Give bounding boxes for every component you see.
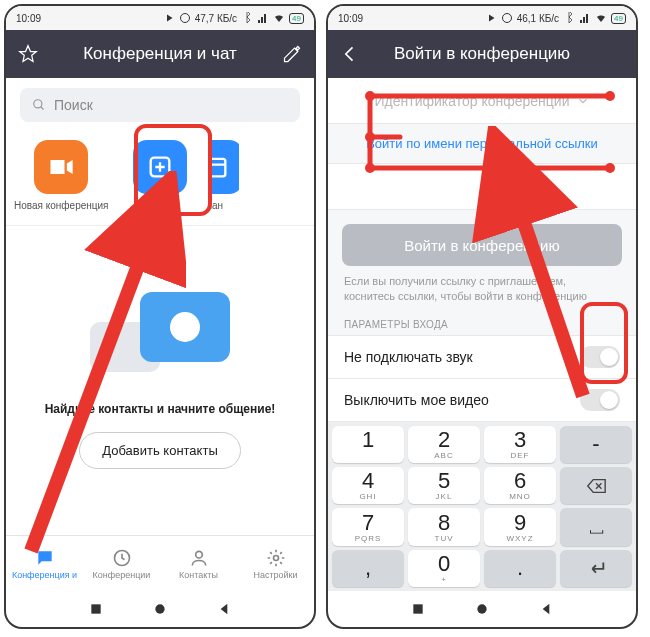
svg-point-9	[502, 14, 511, 23]
phone-left: 10:09 47,7 КБ/с 49 Конференция и чат Пои…	[4, 4, 316, 629]
nav-back-icon[interactable]	[216, 601, 232, 617]
search-icon	[32, 98, 46, 112]
nav-bar	[6, 591, 314, 627]
nav-bar	[328, 591, 636, 627]
enter-icon	[585, 557, 607, 579]
header: Конференция и чат	[6, 30, 314, 78]
browser-icon	[179, 12, 191, 24]
key-space[interactable]: ⎵	[560, 508, 632, 545]
name-input[interactable]	[328, 164, 636, 210]
key-1[interactable]: 1	[332, 426, 404, 463]
add-contacts-button[interactable]: Добавить контакты	[79, 432, 240, 469]
tab-contacts[interactable]: Контакты	[160, 536, 237, 591]
chat-illustration	[90, 292, 230, 392]
svg-point-8	[155, 604, 164, 613]
svg-rect-10	[413, 604, 422, 613]
chat-icon	[35, 548, 55, 568]
wifi-icon	[595, 12, 607, 24]
key-enter[interactable]	[560, 550, 632, 587]
gear-icon	[266, 548, 286, 568]
tab-conf-chat[interactable]: Конференция и	[6, 536, 83, 591]
signal-icon	[579, 12, 591, 24]
actions-row: Новая конференция Войти Заплан	[6, 132, 314, 226]
key-2[interactable]: 2ABC	[408, 426, 480, 463]
play-icon	[485, 12, 497, 24]
search-input[interactable]: Поиск	[20, 88, 300, 122]
clock-icon	[112, 548, 132, 568]
toggle-video[interactable]: Выключить мое видео	[328, 378, 636, 422]
tab-conferences[interactable]: Конференции	[83, 536, 160, 591]
schedule-button[interactable]: Заплан	[209, 140, 239, 211]
status-time: 10:09	[338, 13, 363, 24]
key-0[interactable]: 0+	[408, 550, 480, 587]
new-conference-button[interactable]: Новая конференция	[12, 140, 111, 211]
battery-icon: 49	[611, 13, 626, 24]
contacts-text: Найдите контакты и начните общение!	[45, 402, 276, 416]
section-header: ПАРАМЕТРЫ ВХОДА	[328, 315, 636, 336]
signal-icon	[257, 12, 269, 24]
browser-icon	[501, 12, 513, 24]
bluetooth-icon	[563, 12, 575, 24]
join-conference-button[interactable]: Войти в конференцию	[342, 224, 622, 266]
contacts-section: Найдите контакты и начните общение! Доба…	[6, 226, 314, 535]
key-3[interactable]: 3DEF	[484, 426, 556, 463]
switch-video[interactable]	[580, 389, 620, 411]
nav-home-icon[interactable]	[474, 601, 490, 617]
page-title: Конференция и чат	[38, 44, 282, 64]
status-bar: 10:09 46,1 КБ/с 49	[328, 6, 636, 30]
wifi-icon	[273, 12, 285, 24]
star-icon[interactable]	[18, 44, 38, 64]
key-dash[interactable]: -	[560, 426, 632, 463]
key-backspace[interactable]	[560, 467, 632, 504]
tab-bar: Конференция и Конференции Контакты Настр…	[6, 535, 314, 591]
key-5[interactable]: 5JKL	[408, 467, 480, 504]
bluetooth-icon	[241, 12, 253, 24]
key-period[interactable]: .	[484, 550, 556, 587]
chevron-down-icon	[576, 94, 590, 108]
svg-rect-7	[91, 604, 100, 613]
status-net: 47,7 КБ/с	[195, 13, 237, 24]
svg-point-1	[34, 100, 42, 108]
key-dot[interactable]: ,	[332, 550, 404, 587]
key-7[interactable]: 7PQRS	[332, 508, 404, 545]
toggle-audio[interactable]: Не подключать звук	[328, 335, 636, 379]
key-9[interactable]: 9WXYZ	[484, 508, 556, 545]
key-4[interactable]: 4GHI	[332, 467, 404, 504]
nav-recent-icon[interactable]	[410, 601, 426, 617]
switch-audio[interactable]	[580, 346, 620, 368]
login-by-link[interactable]: Войти по имени персональной ссылки	[328, 124, 636, 164]
key-6[interactable]: 6MNO	[484, 467, 556, 504]
tab-settings[interactable]: Настройки	[237, 536, 314, 591]
phone-right: 10:09 46,1 КБ/с 49 Войти в конференцию И…	[326, 4, 638, 629]
numeric-keypad: 1 2ABC 3DEF - 4GHI 5JKL 6MNO 7PQRS 8TUV …	[328, 422, 636, 591]
backspace-icon	[585, 475, 607, 497]
back-icon[interactable]	[340, 44, 360, 64]
battery-icon: 49	[289, 13, 304, 24]
nav-back-icon[interactable]	[538, 601, 554, 617]
search-placeholder: Поиск	[54, 97, 93, 113]
nav-home-icon[interactable]	[152, 601, 168, 617]
plus-icon	[146, 153, 174, 181]
svg-point-0	[180, 14, 189, 23]
join-button[interactable]: Войти	[111, 140, 210, 211]
hint-text: Если вы получили ссылку с приглашением, …	[328, 274, 636, 315]
nav-recent-icon[interactable]	[88, 601, 104, 617]
play-icon	[163, 12, 175, 24]
svg-rect-3	[209, 159, 225, 177]
conference-id-input[interactable]: Идентификатор конференции	[328, 78, 636, 124]
calendar-icon	[209, 153, 230, 181]
key-8[interactable]: 8TUV	[408, 508, 480, 545]
header: Войти в конференцию	[328, 30, 636, 78]
status-time: 10:09	[16, 13, 41, 24]
status-net: 46,1 КБ/с	[517, 13, 559, 24]
contacts-icon	[189, 548, 209, 568]
svg-point-11	[477, 604, 486, 613]
compose-icon[interactable]	[282, 44, 302, 64]
svg-point-5	[195, 551, 202, 558]
svg-point-6	[273, 555, 278, 560]
status-bar: 10:09 47,7 КБ/с 49	[6, 6, 314, 30]
page-title: Войти в конференцию	[360, 44, 604, 64]
video-icon	[47, 153, 75, 181]
